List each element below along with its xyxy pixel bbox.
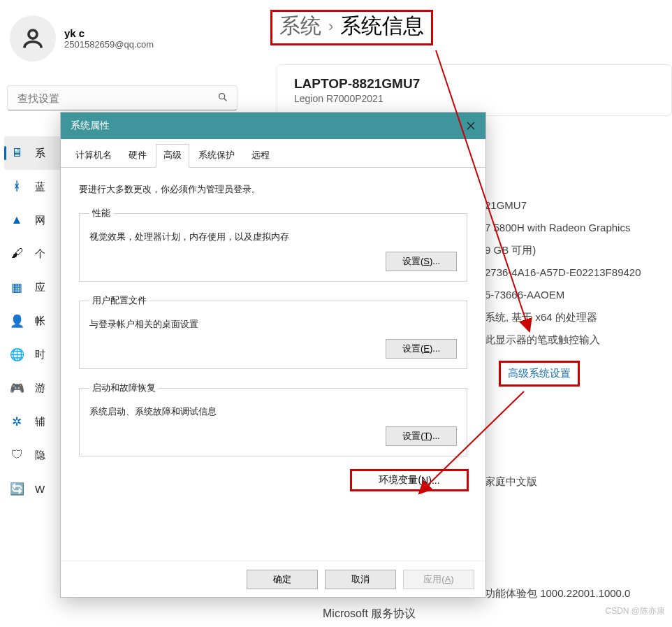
startup-recovery-settings-button[interactable]: 设置(T)...: [386, 426, 457, 446]
globe-icon: 🌐: [10, 347, 24, 361]
svg-point-1: [219, 93, 225, 99]
tab-hardware[interactable]: 硬件: [121, 144, 154, 168]
group-desc: 视觉效果，处理器计划，内存使用，以及虚拟内存: [89, 231, 457, 243]
group-desc: 与登录帐户相关的桌面设置: [89, 318, 457, 331]
user-profiles-group: 用户配置文件 与登录帐户相关的桌面设置 设置(E)...: [79, 294, 467, 369]
tab-system-protection[interactable]: 系统保护: [191, 144, 242, 168]
bluetooth-icon: ᚼ: [10, 180, 24, 194]
person-icon: 👤: [10, 314, 24, 328]
windows-version: 功能体验包 1000.22001.1000.0: [485, 587, 630, 600]
search-input[interactable]: [16, 92, 217, 105]
environment-variables-button[interactable]: 环境变量(N)...: [350, 469, 469, 491]
search-box[interactable]: [7, 85, 238, 110]
tab-advanced[interactable]: 高级: [156, 144, 189, 168]
sidebar-item-system[interactable]: 🖥系: [4, 136, 66, 170]
windows-edition: 家庭中文版: [485, 475, 537, 489]
info-line: 5-73666-AAOEM: [485, 284, 641, 306]
dialog-titlebar[interactable]: 系统属性: [61, 113, 485, 139]
accessibility-icon: ✲: [10, 415, 24, 428]
sidebar-item-accessibility[interactable]: ✲辅: [0, 405, 70, 438]
chevron-right-icon: ›: [328, 17, 333, 36]
breadcrumb-parent[interactable]: 系统: [279, 12, 321, 41]
tab-remote[interactable]: 远程: [244, 144, 277, 168]
sidebar-item-network[interactable]: ▲网: [0, 203, 70, 237]
apply-button[interactable]: 应用(A): [403, 570, 474, 589]
tab-computer-name[interactable]: 计算机名: [68, 144, 119, 168]
wifi-icon: ▲: [10, 213, 24, 227]
user-info: yk c 2501582659@qq.com: [64, 27, 154, 50]
info-line: 9 GB 可用): [485, 239, 641, 261]
sidebar-item-privacy[interactable]: 🛡隐: [0, 438, 70, 472]
cancel-button[interactable]: 取消: [325, 570, 396, 589]
service-agreement-link[interactable]: Microsoft 服务协议: [323, 607, 416, 621]
svg-point-0: [29, 30, 37, 38]
dialog-body: 要进行大多数更改，你必须作为管理员登录。 性能 视觉效果，处理器计划，内存使用，…: [61, 168, 485, 503]
sidebar-item-bluetooth[interactable]: ᚼ蓝: [0, 170, 70, 203]
device-card: LAPTOP-8821GMU7 Legion R7000P2021: [277, 64, 672, 116]
display-icon: 🖥: [10, 146, 24, 160]
watermark: CSDN @陈亦康: [605, 605, 665, 617]
info-line: 系统, 基于 x64 的处理器: [485, 306, 641, 329]
close-button[interactable]: [456, 113, 485, 139]
performance-settings-button[interactable]: 设置(S)...: [386, 252, 457, 271]
admin-note: 要进行大多数更改，你必须作为管理员登录。: [79, 183, 469, 196]
user-email: 2501582659@qq.com: [64, 39, 154, 50]
ok-button[interactable]: 确定: [247, 570, 318, 589]
group-legend: 用户配置文件: [89, 294, 149, 307]
avatar[interactable]: [10, 15, 56, 62]
tab-strip: 计算机名 硬件 高级 系统保护 远程: [61, 139, 485, 168]
performance-group: 性能 视觉效果，处理器计划，内存使用，以及虚拟内存 设置(S)...: [79, 207, 467, 282]
info-line: 7 5800H with Radeon Graphics: [485, 217, 641, 239]
group-legend: 性能: [89, 207, 113, 219]
system-info-values: 21GMU7 7 5800H with Radeon Graphics 9 GB…: [485, 194, 641, 351]
system-properties-dialog: 系统属性 计算机名 硬件 高级 系统保护 远程 要进行大多数更改，你必须作为管理…: [60, 112, 486, 598]
device-name: LAPTOP-8821GMU7: [294, 76, 655, 92]
info-line: 21GMU7: [485, 194, 641, 217]
gamepad-icon: 🎮: [10, 381, 24, 395]
brush-icon: 🖌: [10, 247, 24, 261]
dialog-footer: 确定 取消 应用(A): [61, 561, 485, 597]
breadcrumb-current: 系统信息: [340, 12, 424, 41]
group-desc: 系统启动、系统故障和调试信息: [89, 405, 457, 418]
sidebar-item-time[interactable]: 🌐时: [0, 338, 70, 371]
dialog-title: 系统属性: [71, 120, 110, 132]
sidebar-item-accounts[interactable]: 👤帐: [0, 304, 70, 338]
shield-icon: 🛡: [10, 448, 24, 462]
sidebar-item-personalization[interactable]: 🖌个: [0, 237, 70, 271]
search-icon[interactable]: [217, 92, 228, 105]
sidebar: 🖥系 ᚼ蓝 ▲网 🖌个 ▦应 👤帐 🌐时 🎮游 ✲辅 🛡隐 🔄W: [0, 136, 70, 505]
advanced-system-settings-link[interactable]: 高级系统设置: [499, 361, 580, 387]
user-name: yk c: [64, 27, 154, 39]
sidebar-item-apps[interactable]: ▦应: [0, 271, 70, 304]
breadcrumb: 系统 › 系统信息: [270, 10, 433, 45]
group-legend: 启动和故障恢复: [89, 382, 159, 394]
info-line: 此显示器的笔或触控输入: [485, 329, 641, 351]
apps-icon: ▦: [10, 280, 24, 294]
user-profiles-settings-button[interactable]: 设置(E)...: [386, 339, 457, 359]
startup-recovery-group: 启动和故障恢复 系统启动、系统故障和调试信息 设置(T)...: [79, 382, 467, 456]
close-icon: [467, 122, 475, 130]
device-model: Legion R7000P2021: [294, 93, 655, 104]
user-header: yk c 2501582659@qq.com: [10, 15, 154, 62]
sidebar-item-update[interactable]: 🔄W: [0, 472, 70, 505]
info-line: 2736-4A16-A57D-E02213F89420: [485, 261, 641, 284]
sync-icon: 🔄: [10, 482, 24, 496]
person-icon: [20, 26, 45, 51]
sidebar-item-gaming[interactable]: 🎮游: [0, 371, 70, 405]
